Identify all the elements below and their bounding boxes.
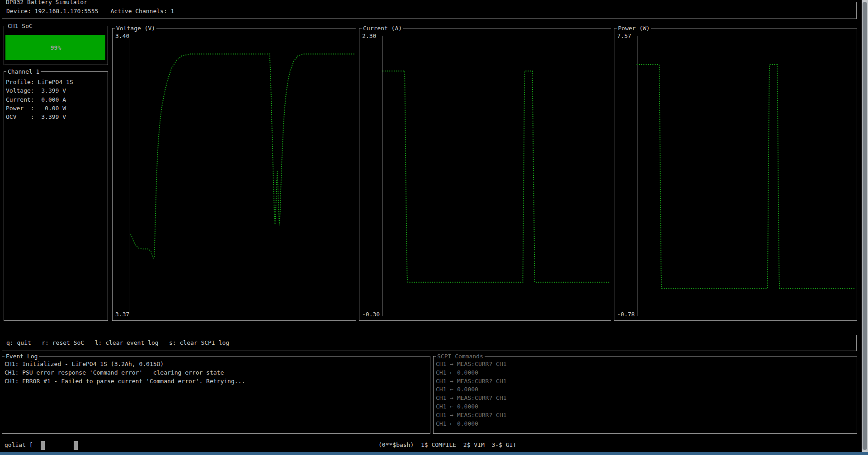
log-line: CH1: PSU error response 'Command error' … [5,369,245,377]
device-address-label: Device: 192.168.1.170:5555 [6,8,99,14]
scrollbar-track[interactable] [862,0,868,452]
window-frame-bottom [0,452,868,455]
current-plot [359,28,611,320]
header-panel: DP832 Battery Simulator Device: 192.168.… [2,2,857,19]
power-plot [614,28,857,320]
voltage-plot [113,28,356,320]
log-line: CH1 ← 0.0000 [436,420,507,428]
event-log-panel: Event Log CH1: Initialized - LiFePO4 1S … [2,356,430,434]
status-windows-label: (0**$bash) 1$ COMPILE 2$ VIM 3-$ GIT [378,441,516,450]
log-line: Voltage: 3.399 V [6,86,73,95]
log-line: CH1 ← 0.0000 [436,369,507,377]
cursor-block-icon [74,441,78,450]
scpi-panel-title: SCPI Commands [436,353,485,360]
log-line: Current: 0.000 A [6,95,73,104]
scpi-log-lines: CH1 → MEAS:CURR? CH1CH1 ← 0.0000CH1 → ME… [436,360,507,428]
log-line: CH1: Initialized - LiFePO4 1S (3.2Ah, 0.… [5,360,245,369]
log-line: OCV : 3.399 V [6,113,73,121]
log-line: CH1 ← 0.0000 [436,403,507,411]
channel-panel-title: Channel 1 [6,68,41,75]
voltage-chart-panel: Voltage (V) 3.40 3.37 [112,28,356,321]
channel-panel: Channel 1 Profile: LiFePO4 1SVoltage: 3.… [4,71,108,321]
terminal-screen: DP832 Battery Simulator Device: 192.168.… [0,0,868,455]
log-line: Profile: LiFePO4 1S [6,78,73,86]
event-log-title: Event Log [5,353,39,360]
status-host-label: goliat [ [5,441,33,450]
soc-panel: CH1 SoC 99% [4,26,108,65]
log-line: CH1 → MEAS:CURR? CH1 [436,360,507,369]
event-log-lines: CH1: Initialized - LiFePO4 1S (3.2Ah, 0.… [5,360,245,385]
scrollbar-thumb[interactable] [863,2,867,450]
key-hints: q: quit r: reset SoC l: clear event log … [6,335,229,350]
header-panel-title: DP832 Battery Simulator [5,0,89,5]
soc-percent-label: 99% [5,35,106,60]
log-line: CH1 ← 0.0000 [436,385,507,394]
channel-readouts: Profile: LiFePO4 1SVoltage: 3.399 VCurre… [6,78,73,121]
log-line: CH1: ERROR #1 - Failed to parse current … [5,377,245,386]
active-channels-label: Active Channels: 1 [111,8,175,14]
scpi-panel: SCPI Commands CH1 → MEAS:CURR? CH1CH1 ← … [433,356,857,434]
soc-panel-title: CH1 SoC [6,23,34,29]
header-content: Device: 192.168.1.170:5555 Active Channe… [6,8,174,14]
keybar-panel: q: quit r: reset SoC l: clear event log … [2,335,857,351]
power-chart-panel: Power (W) 7.57 -0.78 [614,28,857,321]
log-line: Power : 0.00 W [6,104,73,113]
log-line: CH1 → MEAS:CURR? CH1 [436,394,507,403]
cursor-block-icon [41,441,45,450]
current-chart-panel: Current (A) 2.30 -0.30 [359,28,611,321]
log-line: CH1 → MEAS:CURR? CH1 [436,411,507,420]
soc-gauge: 99% [5,35,106,60]
log-line: CH1 → MEAS:CURR? CH1 [436,377,507,386]
